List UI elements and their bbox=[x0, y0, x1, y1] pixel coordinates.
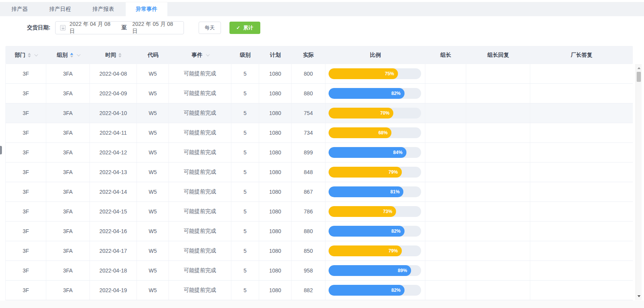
cell-leader-reply bbox=[466, 123, 530, 142]
progress-bar-percent: 75% bbox=[385, 71, 398, 76]
cell-department: 3F bbox=[5, 182, 46, 201]
table-row[interactable]: 3F 3FA 2022-04-11 W5 可能提前完成 5 1080 734 6… bbox=[5, 123, 633, 143]
cell-date: 2022-04-15 bbox=[90, 202, 137, 221]
scroll-down-arrow-icon[interactable] bbox=[637, 295, 641, 297]
cell-level: 5 bbox=[231, 143, 259, 162]
table-row[interactable]: 3F 3FA 2022-04-13 W5 可能提前完成 5 1080 848 7… bbox=[5, 162, 633, 182]
cell-leader bbox=[425, 202, 466, 221]
cell-group: 3FA bbox=[46, 84, 90, 103]
sort-icon[interactable] bbox=[28, 53, 31, 58]
progress-bar-track: 84% bbox=[329, 147, 421, 158]
cell-department: 3F bbox=[5, 84, 46, 103]
cell-group: 3FA bbox=[46, 241, 90, 261]
tab-schedule-report[interactable]: 排产报表 bbox=[83, 2, 124, 16]
sort-icon[interactable] bbox=[118, 53, 121, 58]
abnormal-events-table: 部门 组别 时间 代码 事件 级别 计划 实际 比例 bbox=[5, 46, 633, 300]
progress-bar-track: 89% bbox=[329, 265, 421, 276]
cell-director-reply bbox=[530, 143, 633, 162]
column-header-plan: 计划 bbox=[259, 52, 292, 59]
progress-bar-fill: 73% bbox=[329, 206, 396, 217]
cumulative-button-label: 累计 bbox=[243, 24, 253, 31]
vertical-scrollbar[interactable] bbox=[636, 64, 642, 300]
end-date-value[interactable]: 2022 年 05 月 08 日 bbox=[132, 21, 179, 35]
progress-bar-track: 82% bbox=[329, 88, 421, 99]
progress-bar-fill: 75% bbox=[329, 68, 398, 79]
table-row[interactable]: 3F 3FA 2022-04-17 W5 可能提前完成 5 1080 850 7… bbox=[5, 241, 633, 261]
table-row[interactable]: 3F 3FA 2022-04-09 W5 可能提前完成 5 1080 880 8… bbox=[5, 84, 633, 103]
cell-department: 3F bbox=[5, 261, 46, 280]
cell-leader-reply bbox=[466, 162, 530, 182]
cell-date: 2022-04-12 bbox=[90, 143, 137, 162]
column-header-director-reply: 厂长答复 bbox=[530, 52, 633, 59]
table-row[interactable]: 3F 3FA 2022-04-14 W5 可能提前完成 5 1080 867 8… bbox=[5, 182, 633, 202]
scrollbar-thumb[interactable] bbox=[637, 72, 641, 82]
progress-bar-percent: 89% bbox=[398, 268, 411, 273]
cell-group: 3FA bbox=[46, 202, 90, 221]
cell-director-reply bbox=[530, 222, 633, 241]
sort-icon-active-asc[interactable] bbox=[70, 53, 73, 58]
table-row[interactable]: 3F 3FA 2022-04-12 W5 可能提前完成 5 1080 899 8… bbox=[5, 143, 633, 162]
progress-bar-percent: 84% bbox=[393, 150, 406, 155]
cell-plan: 1080 bbox=[259, 241, 292, 261]
cell-ratio: 84% bbox=[325, 143, 425, 162]
table-header-row: 部门 组别 时间 代码 事件 级别 计划 实际 比例 bbox=[5, 46, 633, 64]
cell-department: 3F bbox=[5, 202, 46, 221]
tab-schedule-calendar[interactable]: 排产日程 bbox=[39, 2, 81, 16]
tab-scheduler[interactable]: 排产器 bbox=[2, 2, 38, 16]
cell-director-reply bbox=[530, 84, 633, 103]
cell-actual: 880 bbox=[292, 84, 325, 103]
cell-director-reply bbox=[530, 241, 633, 261]
cell-event: 可能提前完成 bbox=[169, 64, 231, 83]
cell-code: W5 bbox=[137, 123, 169, 142]
progress-bar-track: 82% bbox=[329, 285, 421, 296]
cell-plan: 1080 bbox=[259, 143, 292, 162]
cell-code: W5 bbox=[137, 182, 169, 201]
progress-bar-fill: 84% bbox=[329, 147, 406, 158]
daily-button[interactable]: 每天 bbox=[199, 22, 221, 34]
tab-abnormal-events[interactable]: 异常事件 bbox=[126, 2, 167, 16]
cell-leader bbox=[425, 182, 466, 201]
cumulative-button[interactable]: ✓ 累计 bbox=[229, 22, 260, 34]
cell-actual: 850 bbox=[292, 241, 325, 261]
progress-bar-fill: 70% bbox=[329, 108, 393, 118]
column-header-time[interactable]: 时间 bbox=[90, 52, 137, 59]
cell-ratio: 75% bbox=[325, 64, 425, 83]
left-panel-collapse-handle[interactable] bbox=[0, 146, 2, 154]
table-row[interactable]: 3F 3FA 2022-04-18 W5 可能提前完成 5 1080 958 8… bbox=[5, 261, 633, 281]
scroll-up-arrow-icon[interactable] bbox=[637, 67, 641, 69]
cell-level: 5 bbox=[231, 222, 259, 241]
cell-code: W5 bbox=[137, 281, 169, 300]
cell-actual: 800 bbox=[292, 64, 325, 83]
progress-bar-percent: 79% bbox=[389, 169, 402, 175]
cell-actual: 899 bbox=[292, 143, 325, 162]
cell-plan: 1080 bbox=[259, 123, 292, 142]
column-label: 级别 bbox=[240, 52, 251, 59]
cell-date: 2022-04-11 bbox=[90, 123, 137, 142]
table-row[interactable]: 3F 3FA 2022-04-08 W5 可能提前完成 5 1080 800 7… bbox=[5, 64, 633, 84]
cell-director-reply bbox=[530, 261, 633, 280]
cell-director-reply bbox=[530, 123, 633, 142]
cell-level: 5 bbox=[231, 64, 259, 83]
column-header-event[interactable]: 事件 bbox=[169, 52, 231, 59]
cell-leader-reply bbox=[466, 143, 530, 162]
cell-date: 2022-04-08 bbox=[90, 64, 137, 83]
cell-date: 2022-04-19 bbox=[90, 281, 137, 300]
cell-group: 3FA bbox=[46, 64, 90, 83]
progress-bar-percent: 82% bbox=[391, 228, 405, 234]
cell-plan: 1080 bbox=[259, 182, 292, 201]
start-date-value[interactable]: 2022 年 04 月 08 日 bbox=[69, 21, 116, 35]
table-row[interactable]: 3F 3FA 2022-04-19 W5 可能提前完成 5 1080 882 8… bbox=[5, 281, 633, 300]
table-row[interactable]: 3F 3FA 2022-04-10 W5 可能提前完成 5 1080 754 7… bbox=[5, 103, 633, 123]
table-row[interactable]: 3F 3FA 2022-04-16 W5 可能提前完成 5 1080 880 8… bbox=[5, 222, 633, 241]
chevron-down-icon[interactable] bbox=[34, 52, 38, 56]
date-range-picker[interactable]: 2022 年 04 月 08 日 至 2022 年 05 月 08 日 bbox=[55, 21, 184, 34]
cell-event: 可能提前完成 bbox=[169, 143, 231, 162]
cell-event: 可能提前完成 bbox=[169, 281, 231, 300]
column-header-group[interactable]: 组别 bbox=[46, 52, 90, 59]
column-header-department[interactable]: 部门 bbox=[5, 52, 46, 59]
cell-code: W5 bbox=[137, 84, 169, 103]
chevron-down-icon[interactable] bbox=[76, 52, 80, 56]
table-row[interactable]: 3F 3FA 2022-04-15 W5 可能提前完成 5 1080 786 7… bbox=[5, 202, 633, 222]
cell-actual: 880 bbox=[292, 222, 325, 241]
chevron-down-icon[interactable] bbox=[206, 52, 210, 56]
